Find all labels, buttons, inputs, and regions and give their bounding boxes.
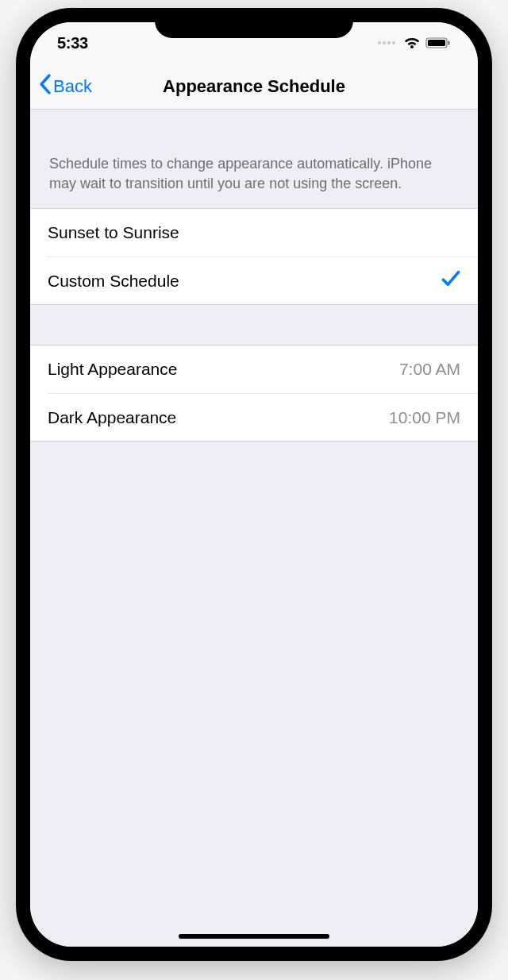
battery-icon bbox=[425, 37, 451, 49]
time-settings-group: Light Appearance 7:00 AM Dark Appearance… bbox=[30, 345, 478, 442]
home-indicator[interactable] bbox=[179, 934, 329, 939]
light-time-value: 7:00 AM bbox=[399, 360, 460, 379]
schedule-type-group: Sunset to Sunrise Custom Schedule bbox=[30, 208, 478, 305]
row-label: Dark Appearance bbox=[48, 408, 176, 427]
svg-rect-1 bbox=[428, 40, 445, 46]
light-appearance-row[interactable]: Light Appearance 7:00 AM bbox=[30, 345, 478, 393]
svg-rect-2 bbox=[448, 41, 450, 45]
navigation-bar: Back Appearance Schedule bbox=[30, 64, 478, 110]
content-area: Schedule times to change appearance auto… bbox=[30, 110, 478, 947]
checkmark-icon bbox=[441, 270, 460, 291]
back-label: Back bbox=[53, 76, 92, 97]
sunset-to-sunrise-row[interactable]: Sunset to Sunrise bbox=[30, 209, 478, 257]
device-frame: 5:33 Back Appearance Schedule Sch bbox=[16, 8, 492, 961]
section-header-text: Schedule times to change appearance auto… bbox=[30, 110, 478, 208]
dark-appearance-row[interactable]: Dark Appearance 10:00 PM bbox=[30, 393, 478, 441]
cellular-dots-icon bbox=[378, 41, 395, 44]
row-label: Light Appearance bbox=[48, 360, 177, 379]
row-label: Custom Schedule bbox=[48, 272, 179, 291]
status-indicators bbox=[378, 37, 451, 49]
custom-schedule-row[interactable]: Custom Schedule bbox=[30, 257, 478, 304]
row-label: Sunset to Sunrise bbox=[48, 223, 179, 242]
dark-time-value: 10:00 PM bbox=[389, 408, 460, 427]
group-spacer bbox=[30, 305, 478, 345]
chevron-left-icon bbox=[38, 74, 52, 99]
notch bbox=[155, 8, 353, 38]
screen: 5:33 Back Appearance Schedule Sch bbox=[30, 22, 478, 947]
status-time: 5:33 bbox=[57, 34, 88, 52]
back-button[interactable]: Back bbox=[30, 74, 92, 99]
wifi-icon bbox=[403, 37, 421, 49]
page-title: Appearance Schedule bbox=[30, 76, 478, 97]
